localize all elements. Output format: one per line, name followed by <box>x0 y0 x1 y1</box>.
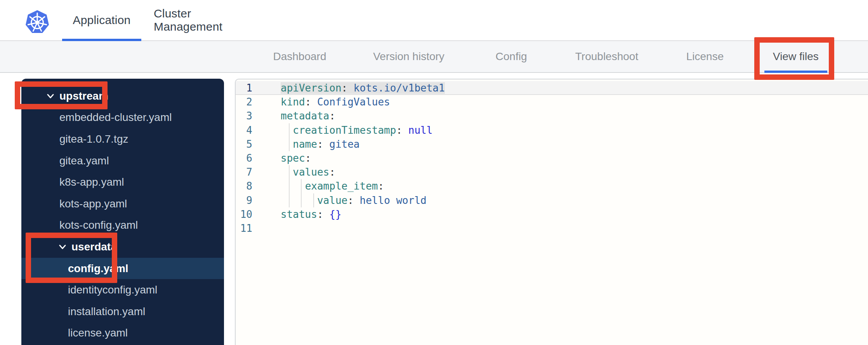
code-line-text: creationTimestamp: null <box>257 123 432 137</box>
code-line-9: 9 value: hello world <box>236 193 868 207</box>
code-line-text: metadata: <box>257 109 335 123</box>
indent-guide <box>289 137 290 151</box>
code-line-5: 5 name: gitea <box>236 137 868 151</box>
tab-dashboard-label: Dashboard <box>273 50 326 63</box>
tree-file-license-yaml[interactable]: license.yaml <box>21 323 224 344</box>
code-line-11: 11 <box>236 221 868 235</box>
tree-item-label: kots-app.yaml <box>59 198 127 210</box>
code-line-4: 4 creationTimestamp: null <box>236 123 868 137</box>
indent-guide <box>301 179 302 193</box>
tab-version-history-label: Version history <box>373 50 444 63</box>
tree-item-label: upstream <box>59 90 108 102</box>
primary-tab-application[interactable]: Application <box>62 0 141 40</box>
tab-dashboard[interactable]: Dashboard <box>273 41 326 72</box>
code-lines: 1apiVersion: kots.io/v1beta12kind: Confi… <box>236 81 868 235</box>
app-nav: Dashboard Version history Config Trouble… <box>0 41 868 73</box>
tree-file-gitea-yaml[interactable]: gitea.yaml <box>21 150 224 172</box>
code-line-text <box>257 221 281 235</box>
line-number: 4 <box>236 123 257 137</box>
tree-file-installation-yaml[interactable]: installation.yaml <box>21 301 224 323</box>
line-number: 8 <box>236 179 257 193</box>
tree-folder-upstream[interactable]: upstream <box>21 85 224 107</box>
tab-config-label: Config <box>496 50 527 63</box>
tab-view-files-label: View files <box>773 50 819 63</box>
tree-item-label: userdata <box>71 241 117 253</box>
tab-license[interactable]: License <box>686 41 724 72</box>
tree-file-k8s-app-yaml[interactable]: k8s-app.yaml <box>21 171 224 193</box>
line-number: 10 <box>236 207 257 221</box>
tree-item-label: k8s-app.yaml <box>59 176 124 188</box>
tree-item-label: embedded-cluster.yaml <box>59 111 172 124</box>
tree-item-label: identityconfig.yaml <box>68 284 157 296</box>
indent-guide <box>289 179 290 193</box>
code-line-3: 3metadata: <box>236 109 868 123</box>
indent-guide <box>313 193 314 207</box>
tab-view-files[interactable]: View files <box>773 41 819 72</box>
line-number: 9 <box>236 193 257 207</box>
code-line-7: 7 values: <box>236 165 868 179</box>
tree-file-embedded-cluster-yaml[interactable]: embedded-cluster.yaml <box>21 107 224 129</box>
indent-guide <box>301 193 302 207</box>
tab-troubleshoot[interactable]: Troubleshoot <box>575 41 638 72</box>
tab-version-history[interactable]: Version history <box>373 41 444 72</box>
tree-item-label: gitea.yaml <box>59 155 109 167</box>
primary-tab-application-label: Application <box>73 14 131 27</box>
code-line-8: 8 example_item: <box>236 179 868 193</box>
kubernetes-logo-icon <box>25 10 50 34</box>
file-content-viewer: 1apiVersion: kots.io/v1beta12kind: Confi… <box>235 79 868 345</box>
primary-tab-cluster-management[interactable]: Cluster Management <box>154 0 258 40</box>
chevron-down-icon <box>57 242 68 252</box>
tree-file-identityconfig-yaml[interactable]: identityconfig.yaml <box>21 279 224 301</box>
code-line-text: example_item: <box>257 179 384 193</box>
tab-troubleshoot-label: Troubleshoot <box>575 50 638 63</box>
line-number: 6 <box>236 151 257 165</box>
code-line-text: value: hello world <box>257 193 427 207</box>
primary-tab-cluster-management-label: Cluster Management <box>154 7 258 33</box>
code-line-text: kind: ConfigValues <box>257 95 390 109</box>
code-line-2: 2kind: ConfigValues <box>236 95 868 109</box>
active-tab-underline <box>764 71 827 73</box>
tree-file-gitea-1-0-7-tgz[interactable]: gitea-1.0.7.tgz <box>21 128 224 150</box>
tree-item-label: installation.yaml <box>68 305 145 318</box>
tree-file-config-yaml[interactable]: config.yaml <box>21 258 224 279</box>
tree-item-label: config.yaml <box>68 262 128 275</box>
line-number: 7 <box>236 165 257 179</box>
tree-file-kots-app-yaml[interactable]: kots-app.yaml <box>21 193 224 215</box>
file-tree-sidebar: upstreamembedded-cluster.yamlgitea-1.0.7… <box>21 79 224 345</box>
code-line-10: 10status: {} <box>236 207 868 221</box>
line-number: 1 <box>236 81 257 95</box>
line-number: 5 <box>236 137 257 151</box>
chevron-down-icon <box>45 91 56 101</box>
code-line-text: spec: <box>257 151 311 165</box>
code-line-text: name: gitea <box>257 137 360 151</box>
code-line-text: values: <box>257 165 335 179</box>
indent-guide <box>289 123 290 137</box>
line-number: 3 <box>236 109 257 123</box>
tree-item-label: gitea-1.0.7.tgz <box>59 133 128 145</box>
tree-item-label: license.yaml <box>68 327 128 339</box>
line-number: 2 <box>236 95 257 109</box>
indent-guide <box>289 165 290 179</box>
tree-file-kots-config-yaml[interactable]: kots-config.yaml <box>21 215 224 236</box>
code-line-text: apiVersion: kots.io/v1beta1 <box>257 81 445 95</box>
primary-nav: Application Cluster Management <box>0 0 868 41</box>
line-number: 11 <box>236 221 257 235</box>
tree-item-label: kots-config.yaml <box>59 219 138 231</box>
tab-license-label: License <box>686 50 724 63</box>
code-line-text: status: {} <box>257 207 342 221</box>
indent-guide <box>289 193 290 207</box>
code-line-6: 6spec: <box>236 151 868 165</box>
code-line-1: 1apiVersion: kots.io/v1beta1 <box>236 81 868 95</box>
tab-config[interactable]: Config <box>496 41 527 72</box>
tree-folder-userdata[interactable]: userdata <box>21 236 224 258</box>
